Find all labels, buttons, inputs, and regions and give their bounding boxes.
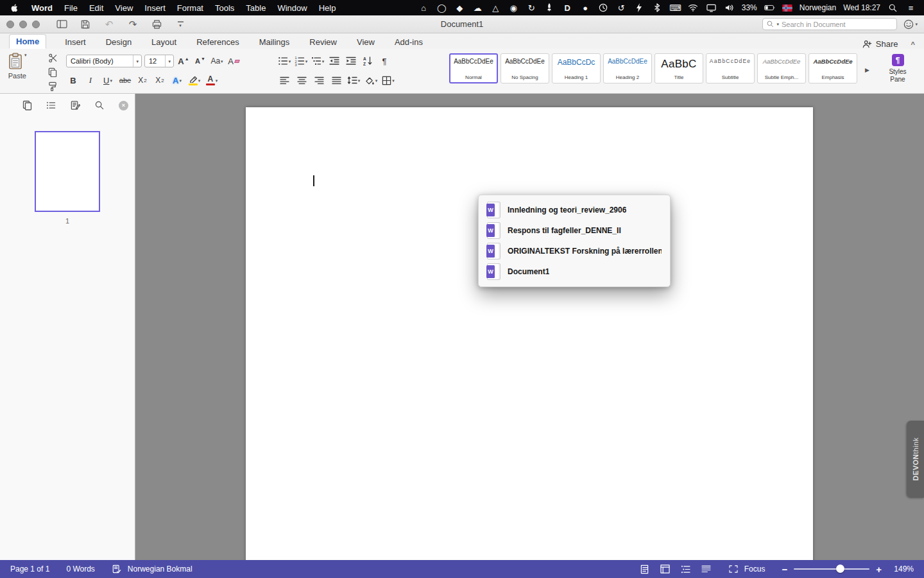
paste-dropdown[interactable]: ▾ bbox=[24, 53, 27, 57]
menu-file[interactable]: File bbox=[64, 3, 78, 13]
find-button[interactable] bbox=[94, 100, 105, 110]
line-spacing-dropdown[interactable]: ▾ bbox=[358, 78, 361, 83]
menu-format[interactable]: Format bbox=[177, 3, 203, 13]
copy-button[interactable] bbox=[47, 67, 58, 77]
menu-help[interactable]: Help bbox=[319, 3, 336, 13]
web-layout-button[interactable] bbox=[660, 564, 671, 574]
review-pane-button[interactable] bbox=[71, 100, 81, 110]
print-layout-button[interactable] bbox=[639, 564, 650, 574]
menu-view[interactable]: View bbox=[115, 3, 133, 13]
menu-insert[interactable]: Insert bbox=[144, 3, 166, 13]
line-spacing-button[interactable]: ▾ bbox=[346, 73, 361, 87]
text-effects-button[interactable]: A▾ bbox=[170, 73, 184, 87]
style-emphasis[interactable]: AaBbCcDdEe Emphasis bbox=[809, 53, 857, 83]
toolbar-options-icon[interactable]: ▾ bbox=[174, 19, 187, 30]
align-right-button[interactable] bbox=[312, 73, 326, 87]
menu-bar-clock[interactable]: Wed 18:27 bbox=[843, 3, 880, 12]
menu-word[interactable]: Word bbox=[31, 3, 53, 13]
borders-button[interactable]: ▾ bbox=[381, 73, 395, 87]
info-icon[interactable]: ◉ bbox=[508, 3, 519, 13]
keyboard-icon[interactable]: ⌨ bbox=[670, 3, 681, 13]
font-size-select[interactable]: 12 ▾ bbox=[144, 55, 174, 67]
zoom-in-button[interactable]: + bbox=[876, 565, 882, 574]
menu-table[interactable]: Table bbox=[246, 3, 266, 13]
document-search-field[interactable]: ▾ bbox=[762, 18, 897, 30]
grow-font-button[interactable]: A▲ bbox=[176, 54, 191, 68]
switcher-item[interactable]: W Respons til fagfeller_DENNE_II bbox=[479, 220, 670, 241]
view-switcher-icon[interactable] bbox=[55, 19, 68, 30]
underline-button[interactable]: U▾ bbox=[101, 73, 115, 87]
sort-button[interactable]: AZ bbox=[361, 54, 375, 68]
devonthink-menu-icon[interactable]: D bbox=[562, 3, 573, 13]
page-count-status[interactable]: Page 1 of 1 bbox=[10, 565, 49, 574]
tab-layout[interactable]: Layout bbox=[150, 35, 178, 49]
font-name-dropdown[interactable]: ▾ bbox=[136, 59, 139, 64]
language-status[interactable]: Norwegian Bokmal bbox=[112, 564, 193, 574]
numbering-dropdown[interactable]: ▾ bbox=[305, 59, 308, 64]
italic-button[interactable]: I bbox=[83, 73, 98, 87]
sync-icon[interactable]: ↻ bbox=[526, 3, 537, 13]
style-no-spacing[interactable]: AaBbCcDdEe No Spacing bbox=[501, 53, 549, 83]
oval-app-icon[interactable]: ◯ bbox=[436, 3, 447, 13]
style-heading-1[interactable]: AaBbCcDc Heading 1 bbox=[552, 53, 601, 83]
shading-button[interactable]: ▾ bbox=[364, 73, 378, 87]
draft-view-button[interactable] bbox=[701, 564, 712, 574]
print-button[interactable] bbox=[150, 19, 163, 30]
zoom-window-button[interactable] bbox=[32, 21, 40, 28]
rocket-icon[interactable] bbox=[544, 3, 555, 13]
wifi-icon[interactable] bbox=[688, 3, 699, 13]
clock-icon[interactable] bbox=[598, 3, 609, 13]
shrink-font-button[interactable]: A▼ bbox=[193, 54, 207, 68]
zoom-percentage[interactable]: 149% bbox=[888, 565, 914, 574]
zoom-slider[interactable] bbox=[794, 565, 869, 574]
search-scope-chevron[interactable]: ▾ bbox=[776, 22, 779, 26]
input-source-label[interactable]: Norwegian bbox=[800, 3, 836, 12]
multilevel-list-dropdown[interactable]: ▾ bbox=[322, 59, 325, 64]
cut-button[interactable] bbox=[47, 53, 58, 63]
change-case-dropdown[interactable]: ▾ bbox=[221, 59, 223, 64]
minimize-window-button[interactable] bbox=[19, 21, 27, 28]
change-case-button[interactable]: Aa▾ bbox=[210, 54, 224, 68]
bluetooth-icon[interactable] bbox=[652, 3, 663, 13]
styles-gallery-more-button[interactable]: ▶ bbox=[865, 67, 869, 73]
multilevel-list-button[interactable]: ▾ bbox=[311, 54, 325, 68]
devonthink-edge-tab[interactable]: DEVONthink bbox=[907, 421, 924, 498]
font-name-select[interactable]: Calibri (Body) ▾ bbox=[66, 55, 142, 67]
switcher-item[interactable]: W ORIGINALTEKST Forskning på lærerrollen… bbox=[479, 241, 670, 261]
tab-insert[interactable]: Insert bbox=[64, 35, 87, 49]
style-heading-2[interactable]: AaBbCcDdEe Heading 2 bbox=[603, 53, 652, 83]
underline-dropdown[interactable]: ▾ bbox=[110, 78, 112, 83]
font-color-dropdown[interactable]: ▾ bbox=[216, 78, 218, 83]
tab-review[interactable]: Review bbox=[308, 35, 338, 49]
feedback-smiley-button[interactable]: ▾ bbox=[903, 19, 918, 30]
highlight-color-button[interactable]: ▾ bbox=[187, 73, 201, 87]
cloud-icon[interactable]: ☁ bbox=[472, 3, 483, 13]
subscript-button[interactable]: X2 bbox=[135, 73, 150, 87]
tab-mailings[interactable]: Mailings bbox=[258, 35, 291, 49]
focus-button[interactable]: Focus bbox=[728, 564, 766, 574]
style-title[interactable]: AaBbC Title bbox=[654, 53, 703, 83]
save-button[interactable] bbox=[79, 19, 92, 30]
bold-button[interactable]: B bbox=[66, 73, 80, 87]
menu-tools[interactable]: Tools bbox=[215, 3, 234, 13]
close-window-button[interactable] bbox=[6, 21, 14, 28]
time-machine-icon[interactable]: ↺ bbox=[616, 3, 627, 13]
format-painter-button[interactable] bbox=[47, 81, 58, 91]
notification-center-icon[interactable]: ≡ bbox=[905, 3, 916, 13]
justify-button[interactable] bbox=[329, 73, 343, 87]
style-subtitle[interactable]: AaBbCcDdEe Subtitle bbox=[706, 53, 755, 83]
text-effects-dropdown[interactable]: ▾ bbox=[179, 78, 182, 83]
page-thumbnail[interactable] bbox=[35, 131, 100, 212]
font-size-dropdown[interactable]: ▾ bbox=[168, 59, 171, 64]
style-normal[interactable]: AaBbCcDdEe Normal bbox=[449, 53, 498, 83]
tab-add-ins[interactable]: Add-ins bbox=[393, 35, 424, 49]
paste-button[interactable]: ▾ Paste bbox=[8, 53, 27, 80]
menu-window[interactable]: Window bbox=[277, 3, 307, 13]
switcher-item[interactable]: W Innledning og teori_review_2906 bbox=[479, 200, 670, 220]
numbering-button[interactable]: 123 ▾ bbox=[294, 54, 308, 68]
bullets-button[interactable]: ▾ bbox=[277, 54, 291, 68]
bolt-icon[interactable] bbox=[634, 3, 645, 13]
strikethrough-button[interactable]: abe bbox=[118, 73, 132, 87]
tab-home[interactable]: Home bbox=[9, 34, 46, 49]
borders-dropdown[interactable]: ▾ bbox=[392, 78, 395, 83]
